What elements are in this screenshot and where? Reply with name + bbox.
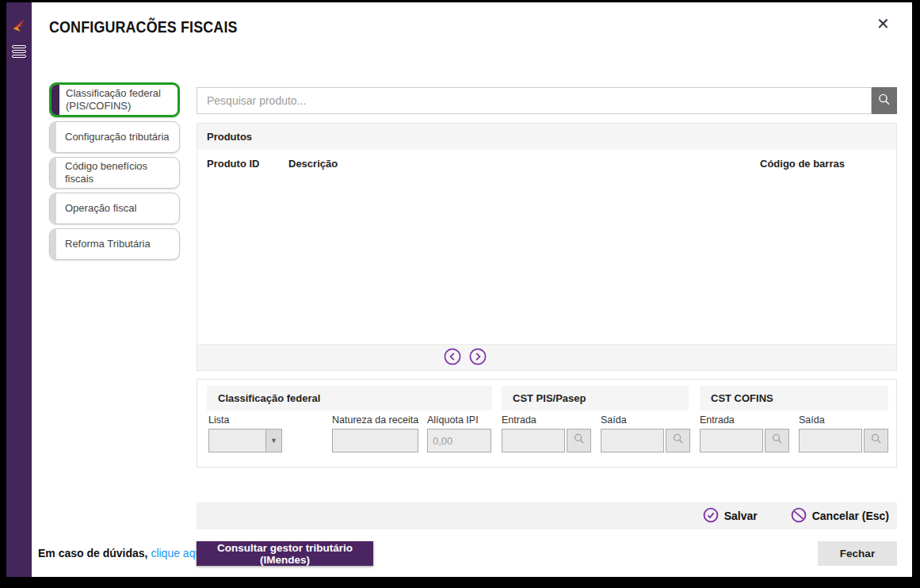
- tab-label: Classificação federal (PIS/COFINS): [66, 87, 178, 113]
- cofins-entrada-search-button: [765, 429, 789, 452]
- pis-saida-search-button: [666, 429, 690, 452]
- chevron-down-icon: ▼: [265, 430, 281, 452]
- help-text: Em caso de dúvidas, clique aqui.: [38, 547, 207, 559]
- lista-select: ▼: [208, 429, 282, 452]
- cancel-circle-icon: [791, 507, 807, 525]
- search-button[interactable]: [872, 87, 897, 114]
- cofins-entrada-field: [700, 429, 763, 452]
- section-cst-cofins-title: CST COFINS: [700, 386, 888, 410]
- search-icon: [870, 433, 883, 449]
- tab-codigo-beneficios-fiscais[interactable]: Código benefícios fiscais: [49, 157, 180, 189]
- cancel-button[interactable]: Cancelar (Esc): [791, 507, 889, 525]
- tab-label: Reforma Tributária: [65, 238, 157, 250]
- tab-configuracao-tributaria[interactable]: Configuração tributária: [49, 121, 180, 153]
- aliquota-ipi-label: Alíquota IPI: [427, 414, 479, 426]
- close-icon[interactable]: ✕: [876, 16, 890, 32]
- search-icon: [573, 433, 586, 449]
- search-icon: [771, 433, 784, 449]
- search-input[interactable]: [197, 87, 872, 114]
- app-logo-icon: [11, 18, 27, 34]
- tab-label: Configuração tributária: [65, 131, 176, 143]
- aliquota-ipi-field: [427, 429, 491, 452]
- check-circle-icon: [703, 507, 719, 525]
- tab-accent-strip: [50, 122, 56, 152]
- fiscal-form: Classificação federal CST PIS/Pasep CST …: [197, 379, 897, 468]
- cancel-button-label: Cancelar (Esc): [812, 510, 889, 522]
- actions-bar: Salvar Cancelar (Esc): [197, 502, 897, 529]
- column-codigo-de-barras: Código de barras: [760, 158, 845, 170]
- cofins-saida-label: Saída: [799, 414, 825, 426]
- cofins-saida-search-button: [864, 429, 888, 452]
- pis-saida-label: Saída: [601, 414, 627, 426]
- natureza-da-receita-label: Natureza da receita: [332, 414, 418, 426]
- pagination-bar: [197, 344, 896, 370]
- page-title: CONFIGURACÕES FISCAIS: [49, 17, 238, 36]
- app-rail: [6, 2, 32, 577]
- search-icon: [672, 433, 685, 449]
- tab-operacao-fiscal[interactable]: Operação fiscal: [49, 193, 180, 224]
- prev-page-button[interactable]: [443, 348, 462, 367]
- tab-classificacao-federal[interactable]: Classificação federal (PIS/COFINS): [49, 82, 180, 117]
- pis-entrada-field: [502, 429, 565, 452]
- screen-frame: CONFIGURACÕES FISCAIS ✕ Classificação fe…: [0, 0, 920, 588]
- cofins-saida-field: [799, 429, 862, 452]
- natureza-da-receita-field: [332, 429, 418, 452]
- lista-label: Lista: [208, 414, 229, 426]
- pis-saida-field: [601, 429, 664, 452]
- tab-label: Operação fiscal: [65, 202, 143, 215]
- tab-reforma-tributaria[interactable]: Reforma Tributária: [49, 228, 180, 260]
- configuracoes-fiscais-dialog: CONFIGURACÕES FISCAIS ✕ Classificação fe…: [6, 2, 912, 577]
- chevron-left-circle-icon: [444, 356, 461, 368]
- tab-accent-strip: [50, 158, 56, 188]
- chevron-right-circle-icon: [469, 356, 487, 368]
- section-cst-pis-pasep-title: CST PIS/Pasep: [502, 386, 689, 410]
- pis-entrada-search-button: [567, 429, 591, 452]
- pis-entrada-label: Entrada: [502, 414, 536, 426]
- column-descricao: Descrição: [288, 158, 338, 170]
- consultar-gestor-button[interactable]: Consultar gestor tributário (IMendes): [197, 541, 373, 566]
- tab-label: Código benefícios fiscais: [65, 160, 179, 186]
- help-text-static: Em caso de dúvidas,: [38, 547, 148, 559]
- cofins-entrada-label: Entrada: [700, 414, 735, 426]
- fechar-button[interactable]: Fechar: [818, 541, 897, 566]
- hamburger-menu-icon[interactable]: [12, 45, 26, 59]
- tab-accent-strip: [50, 193, 56, 223]
- search-icon: [877, 93, 891, 109]
- tab-accent-strip: [50, 229, 56, 259]
- section-classificacao-federal-title: Classificação federal: [207, 386, 492, 410]
- products-panel-title: Produtos: [197, 124, 896, 150]
- next-page-button[interactable]: [468, 348, 487, 367]
- products-table-header: Produto ID Descrição Código de barras: [197, 150, 896, 177]
- save-button-label: Salvar: [724, 510, 758, 522]
- column-produto-id: Produto ID: [207, 158, 259, 170]
- save-button[interactable]: Salvar: [703, 507, 758, 525]
- products-table-body: [197, 177, 896, 344]
- tab-accent-strip: [52, 85, 59, 115]
- products-panel: Produtos Produto ID Descrição Código de …: [197, 123, 897, 371]
